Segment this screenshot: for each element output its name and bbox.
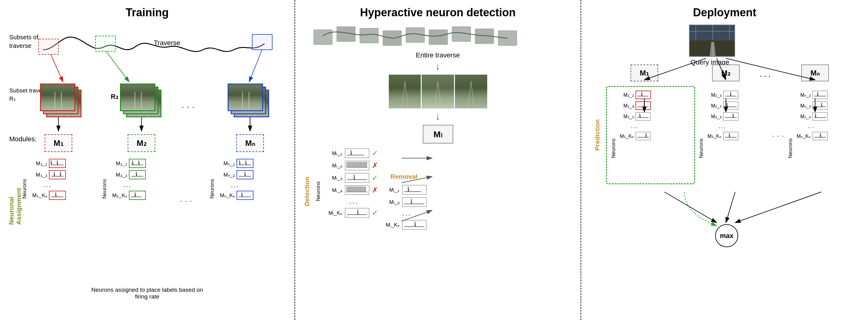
mi-module-box: Mᵢ xyxy=(423,125,454,144)
entire-traverse-label: Entire traverse xyxy=(302,51,574,59)
svg-line-73 xyxy=(735,192,821,223)
dep-m2-row-ke: M₂_Kₑ xyxy=(706,132,739,140)
dep-m2-label-ke: M₂_Kₑ xyxy=(706,133,721,139)
dep-mn-box: Mₙ xyxy=(801,65,829,81)
detection-label: Detection xyxy=(302,148,312,234)
removal-row-mi3: Mᵢ_₃ xyxy=(381,197,427,207)
det-row-mi3: Mᵢ_₃ ✓ xyxy=(324,173,378,183)
removal-spike-mi3 xyxy=(402,197,427,207)
prediction-dashed-box xyxy=(606,86,695,184)
prediction-label: Prediction xyxy=(594,120,601,150)
det-label-mi4: Mᵢ_₄ xyxy=(324,187,342,193)
dep-mn-neuron-3 xyxy=(812,112,828,121)
detection-section: Hyperactive neuron detection xyxy=(295,0,581,320)
query-image xyxy=(689,25,735,57)
svg-line-72 xyxy=(726,192,735,223)
dep-m2-dots: ... xyxy=(706,123,739,130)
after-removal-col: Mᵢ_₁ Mᵢ_₃ xyxy=(381,185,427,230)
detection-neurons-col: Neurons Mᵢ_₁ ✓ xyxy=(315,148,378,234)
col-dots-training: ... xyxy=(180,194,194,204)
dep-mn-row-1: Mₙ_₂ xyxy=(796,91,828,99)
module-m2-box: M₂ xyxy=(128,134,155,152)
dep-m2-label-3: M₂_₈ xyxy=(706,114,721,119)
dep-mn-label-ke: Mₙ_Kₑ xyxy=(796,133,811,139)
dep-mn-neuron-ke xyxy=(812,132,828,140)
removal-row-mi1: Mᵢ_₁ xyxy=(381,185,427,195)
svg-rect-2 xyxy=(252,34,272,50)
dep-col-dots: ... xyxy=(772,129,786,139)
detection-arrow1: ↓ xyxy=(302,61,574,72)
svg-line-4 xyxy=(106,51,129,82)
deployment-content: Deployment xyxy=(588,6,862,289)
det-check-mi1: ✓ xyxy=(372,149,378,157)
dep-mn-label-3: Mₙ_₆ xyxy=(796,114,811,119)
det-spike-mi2 xyxy=(345,161,369,171)
svg-rect-76 xyxy=(690,25,735,40)
detection-removal-area: Detection Neurons Mᵢ_₁ xyxy=(302,148,574,234)
module-m1-box: M₁ xyxy=(44,134,72,152)
det-cross-mi2: ✗ xyxy=(372,161,378,170)
det-label-mi2: Mᵢ_₂ xyxy=(324,163,342,169)
dep-m2-neuron-2 xyxy=(723,101,739,110)
det-check-mike: ✓ xyxy=(372,209,378,217)
traverse-svg xyxy=(6,22,289,83)
dep-m2-label-1: M₂_₃ xyxy=(706,92,721,98)
svg-line-27 xyxy=(471,81,474,108)
training-title: Training xyxy=(6,6,288,19)
removal-section: Removal Mᵢ_₁ xyxy=(381,173,427,230)
dep-mn-row-3: Mₙ_₆ xyxy=(796,112,828,121)
module-mn-box: Mₙ xyxy=(236,134,264,152)
training-section: Training Subsets oftraverse Traverse xyxy=(0,0,295,320)
removal-spike-mi1 xyxy=(402,185,427,195)
m1-neurons: Neurons M₁_₁ M₁_₂ xyxy=(22,159,66,200)
det-dots: ... xyxy=(324,198,378,206)
det-row-mi1: Mᵢ_₁ ✓ xyxy=(324,148,378,158)
detection-neurons-label: Neurons xyxy=(315,148,321,234)
dep-mn-dots: ... xyxy=(796,123,828,130)
svg-rect-15 xyxy=(360,28,378,43)
svg-line-22 xyxy=(401,81,404,108)
dep-m2-neuron-1 xyxy=(723,91,739,99)
dep-m2-neuron-3 xyxy=(723,112,739,121)
dep-mn-neuron-1 xyxy=(812,91,828,99)
det-row-mi4: Mᵢ_₄ xyxy=(324,185,378,195)
removal-label: Removal xyxy=(390,173,417,180)
svg-line-5 xyxy=(249,50,262,82)
det-spike-mike xyxy=(345,208,369,218)
svg-line-26 xyxy=(468,81,471,108)
svg-rect-1 xyxy=(95,36,115,51)
bottom-caption: Neurons assigned to place labels based o… xyxy=(89,287,206,300)
removal-label-mi1: Mᵢ_₁ xyxy=(381,187,400,193)
svg-line-23 xyxy=(405,81,408,108)
dep-module-dots: ... xyxy=(760,69,772,79)
dep-m2-label-2: M₂_₅ xyxy=(706,103,721,109)
dep-m2-box: M₂ xyxy=(712,65,740,81)
dep-mn-neurons: Neurons Mₙ_₂ Mₙ_₃ xyxy=(787,91,828,158)
det-spike-mi3 xyxy=(345,173,369,183)
training-content: Subsets oftraverse Traverse xyxy=(6,22,288,305)
svg-line-25 xyxy=(438,81,441,108)
svg-rect-0 xyxy=(38,39,58,55)
det-spike-mi1 xyxy=(345,148,369,158)
removal-label-mi3: Mᵢ_₃ xyxy=(381,199,400,206)
dep-m2-row-1: M₂_₃ xyxy=(706,91,739,99)
dep-m2-neurons-label: Neurons xyxy=(698,91,704,158)
stack-to-module-svg xyxy=(6,83,289,136)
det-label-mike: Mᵢ_Kₑ xyxy=(324,210,342,216)
removal-spike-mike xyxy=(402,220,427,230)
main-container: Training Subsets oftraverse Traverse xyxy=(0,0,868,320)
dep-mn-row-2: Mₙ_₃ xyxy=(796,101,828,110)
dep-m2-row-2: M₂_₅ xyxy=(706,101,739,110)
mn-neurons: Neurons Mₙ_₁ Mₙ_₂ xyxy=(209,159,253,200)
max-circle: max xyxy=(715,224,738,247)
large-traverse-images xyxy=(389,75,487,108)
traverse-small-svg xyxy=(311,22,569,48)
removal-dots: ... xyxy=(381,209,427,217)
detection-arrow2: ↓ xyxy=(302,111,574,122)
detection-title: Hyperactive neuron detection xyxy=(302,6,574,19)
det-check-mi3: ✓ xyxy=(372,174,378,182)
dep-mn-row-ke: Mₙ_Kₑ xyxy=(796,132,828,140)
dep-mn-label-2: Mₙ_₃ xyxy=(796,103,811,109)
neuronal-assignment-label: NeuronalAssignment xyxy=(8,170,23,243)
svg-line-3 xyxy=(51,55,63,82)
